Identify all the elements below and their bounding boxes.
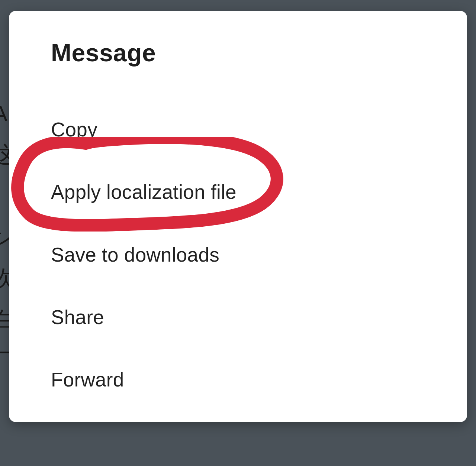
menu-item-save-to-downloads[interactable]: Save to downloads	[51, 244, 219, 266]
menu-item-copy[interactable]: Copy	[51, 119, 97, 140]
menu-item-label: Forward	[51, 369, 124, 391]
menu-item-share[interactable]: Share	[51, 307, 104, 328]
menu-item-apply-localization-file[interactable]: Apply localization file	[51, 181, 237, 203]
menu-item-forward[interactable]: Forward	[51, 369, 124, 391]
menu-item-label: Save to downloads	[51, 244, 219, 266]
menu-item-label: Share	[51, 306, 104, 328]
menu-item-label: Copy	[51, 119, 97, 140]
menu-item-label: Apply localization file	[51, 181, 237, 203]
dialog-title: Message	[51, 39, 425, 67]
message-context-menu: Message Copy Apply localization file Sav…	[9, 11, 467, 422]
